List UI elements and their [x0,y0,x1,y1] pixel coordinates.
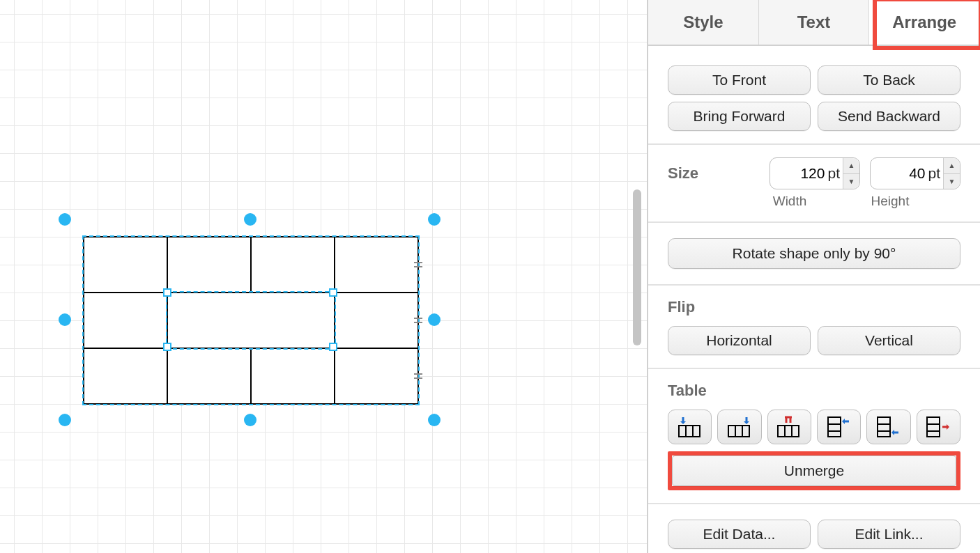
unmerge-button[interactable]: Unmerge [672,455,956,486]
size-label: Size [668,164,760,182]
scrollbar[interactable] [633,189,641,345]
selection-handle[interactable] [59,213,71,226]
selection-handle[interactable] [59,313,71,326]
insert-row-above-icon[interactable] [817,410,861,444]
section-ordering: To Front To Back Bring Forward Send Back… [648,46,980,145]
section-flip: Flip Horizontal Vertical [648,286,980,369]
width-stepper[interactable]: ▲▼ [843,158,859,189]
svg-rect-12 [878,417,890,437]
cell-handle[interactable] [329,288,337,297]
insert-row-below-icon[interactable] [866,410,910,444]
svg-rect-15 [927,417,940,437]
merged-cell[interactable] [167,293,335,348]
height-stepper[interactable]: ▲▼ [943,158,960,189]
insert-column-right-icon[interactable] [717,410,761,444]
insert-column-left-icon[interactable] [668,410,712,444]
canvas[interactable] [0,0,647,553]
to-front-button[interactable]: To Front [668,65,811,95]
rotate-button[interactable]: Rotate shape only by 90° [668,238,960,269]
connection-point[interactable] [414,262,422,267]
height-input[interactable] [871,165,928,182]
edit-data-button[interactable]: Edit Data... [668,520,811,549]
section-size: Size pt ▲▼ pt ▲▼ Width Height [648,145,980,223]
cell-handle[interactable] [163,288,171,297]
section-rotate: Rotate shape only by 90° [648,223,980,286]
cell-handle[interactable] [329,343,337,351]
flip-horizontal-button[interactable]: Horizontal [668,326,811,355]
svg-rect-3 [728,426,749,437]
flip-vertical-button[interactable]: Vertical [818,326,960,355]
height-field[interactable]: pt ▲▼ [870,157,960,189]
to-back-button[interactable]: To Back [818,65,960,95]
delete-column-icon[interactable] [767,410,811,444]
edit-link-button[interactable]: Edit Link... [818,520,960,549]
svg-rect-6 [778,426,799,437]
selection-handle[interactable] [244,414,257,426]
selection-handle[interactable] [428,414,441,426]
width-label: Width [744,194,835,209]
format-panel: Style Text Arrange To Front To Back Brin… [647,0,980,553]
svg-rect-9 [828,417,841,437]
tabs: Style Text Arrange [648,0,980,46]
unit: pt [827,165,843,182]
section-table: Table Unmerge [648,369,980,504]
tab-style[interactable]: Style [648,0,759,45]
flip-label: Flip [668,298,960,316]
bring-forward-button[interactable]: Bring Forward [668,102,811,131]
section-edit: Edit Data... Edit Link... [648,504,980,553]
tab-arrange[interactable]: Arrange [869,0,980,45]
send-backward-button[interactable]: Send Backward [818,102,960,131]
highlight-box: Unmerge [668,451,960,490]
tab-text[interactable]: Text [759,0,870,45]
svg-rect-0 [679,426,700,437]
connection-point[interactable] [414,318,422,323]
unit: pt [928,165,943,182]
connection-point[interactable] [414,373,422,379]
table-label: Table [668,382,960,400]
selection-handle[interactable] [428,213,441,226]
selection-handle[interactable] [428,313,441,326]
height-label: Height [845,194,935,209]
shape-table[interactable] [83,236,419,405]
delete-row-icon[interactable] [917,410,960,444]
width-field[interactable]: pt ▲▼ [770,157,860,189]
width-input[interactable] [770,165,827,182]
selection-handle[interactable] [59,414,71,426]
cell-handle[interactable] [163,343,171,351]
selection-handle[interactable] [244,213,257,226]
